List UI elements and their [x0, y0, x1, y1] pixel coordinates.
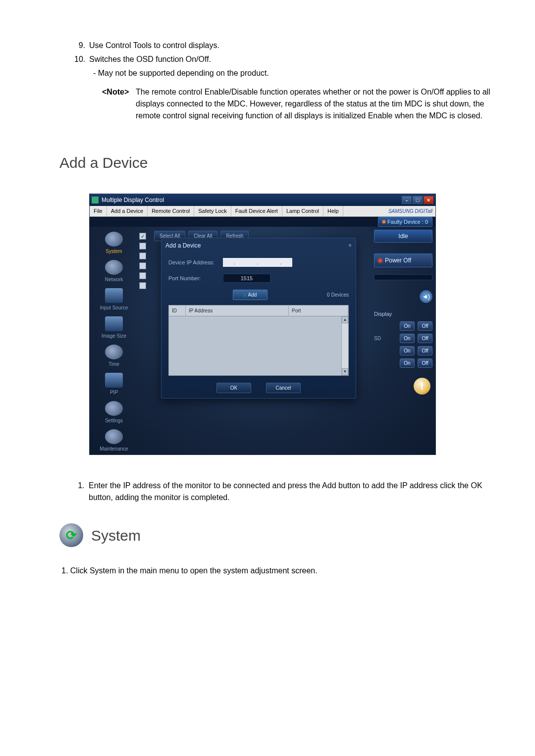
menu-add-device[interactable]: Add a Device	[107, 206, 148, 216]
list-subtext: - May not be supported depending on the …	[93, 67, 490, 79]
time-icon	[105, 345, 123, 359]
checkbox-all[interactable]	[139, 233, 146, 240]
sidebar-item-system[interactable]: System	[94, 232, 134, 255]
input-source-icon	[105, 288, 123, 303]
on-button[interactable]: On	[400, 321, 415, 331]
add-button-label: Add	[248, 291, 257, 299]
ok-button[interactable]: OK	[216, 383, 251, 393]
add-device-dialog: Add a Device × Device IP Address: ... Po…	[161, 238, 356, 399]
maintenance-icon	[105, 429, 123, 444]
on-button[interactable]: On	[400, 334, 415, 343]
menu-safety-lock[interactable]: Safety Lock	[194, 206, 231, 216]
pip-icon	[105, 373, 123, 388]
idle-badge: Idle	[374, 230, 432, 243]
list-number: 10.	[74, 53, 89, 65]
app-window: Multiple Display Control ‐ □ × File Add …	[89, 194, 436, 455]
add-button[interactable]: ↓ Add	[233, 290, 268, 300]
faulty-device-badge[interactable]: Faulty Device : 0	[378, 217, 432, 227]
status-panel: Idle Power Off ◄) Display On Off SD	[371, 227, 435, 454]
sidebar-item-input-source[interactable]: Input Source	[94, 288, 134, 311]
checkbox-row[interactable]	[139, 252, 146, 259]
system-step: 1. Click System in the main menu to open…	[61, 565, 490, 577]
scrollbar[interactable]: ▲ ▼	[341, 316, 348, 375]
off-button[interactable]: Off	[418, 346, 432, 355]
sidebar: System Network Input Source Image Size T…	[90, 227, 138, 454]
list-text: Use Control Tools to control displays.	[89, 40, 490, 51]
sidebar-item-image-size[interactable]: Image Size	[94, 316, 134, 340]
sidebar-item-settings[interactable]: Settings	[94, 401, 134, 424]
menu-file[interactable]: File	[90, 206, 107, 216]
checkbox-row[interactable]	[139, 272, 146, 279]
list-number: 9.	[74, 40, 89, 51]
sound-button[interactable]: ◄)	[420, 290, 432, 303]
sidebar-label: Settings	[94, 417, 134, 424]
app-icon	[92, 197, 99, 203]
menu-remote-control[interactable]: Remote Control	[148, 206, 194, 216]
add-device-steps: Enter the IP address of the monitor to b…	[87, 480, 490, 504]
sidebar-label: Time	[94, 360, 134, 368]
col-port: Port	[289, 305, 348, 316]
checkbox-row[interactable]	[139, 243, 146, 250]
device-table-body: ▲ ▼	[168, 316, 349, 376]
port-input[interactable]: 1515	[223, 274, 270, 283]
brand-label: SAMSUNG DIGITall	[388, 207, 435, 215]
warning-dot-icon	[382, 220, 385, 223]
sidebar-label: Image Size	[94, 332, 134, 340]
col-ip: IP Address	[186, 305, 289, 316]
note-text: The remote control Enable/Disable functi…	[136, 86, 490, 122]
faulty-device-text: Faulty Device : 0	[387, 218, 428, 226]
close-button[interactable]: ×	[424, 196, 433, 204]
network-icon	[105, 260, 123, 275]
image-size-icon	[105, 316, 123, 331]
maximize-button[interactable]: □	[413, 196, 423, 204]
warning-icon: !	[414, 378, 430, 395]
checkbox-row[interactable]	[139, 262, 146, 269]
dialog-close-icon[interactable]: ×	[348, 241, 352, 250]
scroll-up-icon[interactable]: ▲	[342, 316, 348, 323]
progress-bar	[374, 274, 432, 280]
sidebar-item-network[interactable]: Network	[94, 260, 134, 283]
menu-fault-alert[interactable]: Fault Device Alert	[231, 206, 282, 216]
system-icon	[105, 232, 123, 247]
device-table-header: ID IP Address Port	[168, 305, 349, 316]
sidebar-label: Network	[94, 276, 134, 283]
off-button[interactable]: Off	[418, 321, 432, 331]
minimize-button[interactable]: ‐	[402, 196, 412, 204]
down-arrow-icon: ↓	[244, 291, 246, 299]
on-button[interactable]: On	[400, 358, 415, 368]
menu-lamp-control[interactable]: Lamp Control	[282, 206, 323, 216]
list-text: Switches the OSD function On/Off.	[89, 53, 490, 65]
note-label: <Note>	[102, 86, 136, 122]
instruction-list: 9. Use Control Tools to control displays…	[74, 40, 490, 122]
off-button[interactable]: Off	[418, 358, 432, 368]
sidebar-item-time[interactable]: Time	[94, 345, 134, 368]
display-label: Display	[374, 310, 432, 318]
col-id: ID	[169, 305, 186, 316]
ip-input[interactable]: ...	[223, 258, 292, 267]
window-title: Multiple Display Control	[102, 196, 164, 204]
system-heading: System	[91, 524, 141, 547]
sidebar-label: System	[94, 248, 134, 255]
window-titlebar[interactable]: Multiple Display Control ‐ □ ×	[90, 194, 435, 206]
menu-help[interactable]: Help	[323, 206, 343, 216]
device-count: 0 Devices	[327, 291, 349, 299]
ip-label: Device IP Address:	[168, 258, 223, 267]
sd-label: SD	[374, 335, 381, 342]
step-text: Enter the IP address of the monitor to b…	[87, 480, 490, 504]
system-section-icon: ⟳	[59, 523, 83, 547]
power-off-label: Power Off	[385, 256, 411, 265]
on-button[interactable]: On	[400, 346, 415, 355]
sidebar-label: PIP	[94, 389, 134, 396]
add-device-heading: Add a Device	[59, 151, 490, 174]
cancel-button[interactable]: Cancel	[266, 383, 301, 393]
sidebar-item-pip[interactable]: PIP	[94, 373, 134, 396]
power-off-button[interactable]: Power Off	[374, 253, 432, 267]
power-led-icon	[378, 259, 382, 262]
sidebar-label: Input Source	[94, 304, 134, 311]
off-button[interactable]: Off	[418, 334, 432, 343]
sidebar-label: Maintenance	[94, 445, 134, 453]
menu-bar: File Add a Device Remote Control Safety …	[90, 206, 435, 217]
checkbox-row[interactable]	[139, 282, 146, 289]
sidebar-item-maintenance[interactable]: Maintenance	[94, 429, 134, 453]
scroll-down-icon[interactable]: ▼	[342, 368, 348, 375]
